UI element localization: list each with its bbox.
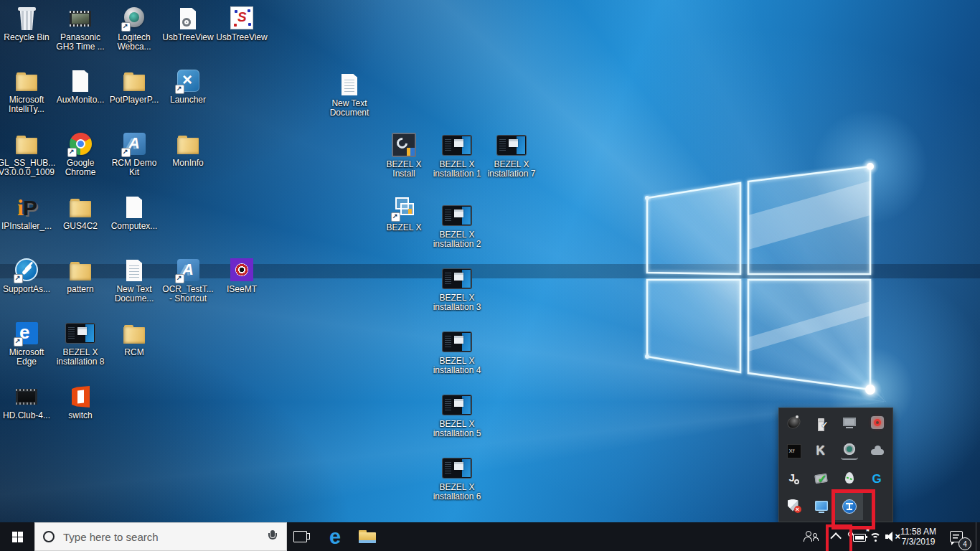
desktop-icon-bezel-x-installation-1[interactable]: BEZEL Xinstallation 1 xyxy=(426,133,488,179)
desktop-icon-bezel-x-installation-3[interactable]: BEZEL Xinstallation 3 xyxy=(426,266,488,312)
doc-gear-icon xyxy=(174,6,202,32)
tray-icon-logitech-g[interactable] xyxy=(863,464,891,492)
screenshot-icon xyxy=(443,329,471,355)
desktop-icon-label: PotPlayerP... xyxy=(103,95,165,105)
microphone-icon[interactable] xyxy=(267,529,278,544)
search-input[interactable] xyxy=(62,530,267,544)
tray-icon-xfast[interactable] xyxy=(779,436,807,464)
usb-eject-icon xyxy=(813,414,830,431)
people-icon xyxy=(804,530,818,543)
desktop-icon-label: GUS4C2 xyxy=(50,222,111,231)
desktop-icon-launcher[interactable]: Launcher xyxy=(157,68,219,105)
usbtree-icon xyxy=(228,6,255,32)
desktop-icon-bezel-x-installation-4[interactable]: BEZEL Xinstallation 4 xyxy=(426,329,488,375)
taskbar-search-box[interactable] xyxy=(34,522,287,551)
desktop-icon-google-chrome[interactable]: GoogleChrome xyxy=(50,131,111,177)
folder-icon xyxy=(174,131,202,157)
desktop-icon-rcm-demo-kit[interactable]: RCM DemoKit xyxy=(103,131,165,177)
shortcut-arrow-overlay xyxy=(175,274,184,283)
desktop-icon-usbtreeview[interactable]: UsbTreeView xyxy=(157,6,219,42)
folder-icon xyxy=(67,258,94,283)
tray-icon-webcam[interactable] xyxy=(835,436,863,464)
annotation-rect-tray-icon xyxy=(831,489,875,529)
show-desktop-button[interactable] xyxy=(976,522,980,551)
desktop-icon-rcm[interactable]: RCM xyxy=(103,321,165,357)
desktop-icon-hd-club-4[interactable]: HD.Club-4... xyxy=(0,384,57,420)
desktop-icon-auxmonito[interactable]: AuxMonito... xyxy=(50,68,111,105)
shortcut-arrow-overlay xyxy=(121,22,131,32)
desktop-icon-label: BEZEL Xinstallation 1 xyxy=(426,160,488,179)
tray-icon-display[interactable] xyxy=(835,408,863,436)
tray-icon-cloud[interactable] xyxy=(863,436,891,464)
desktop-icon-gl-ss-hub-v3-0-0-0-1009[interactable]: GL_SS_HUB...V3.0.0.0_1009 xyxy=(0,131,57,177)
satellite-dish-icon xyxy=(785,414,802,431)
screenshot-icon xyxy=(443,392,471,418)
desktop-icon-bezel-x-installation-5[interactable]: BEZEL Xinstallation 5 xyxy=(426,392,488,438)
desktop-icon-ocr-testt-shortcut[interactable]: OCR_TestT...- Shortcut xyxy=(157,258,219,303)
screenshot-icon xyxy=(443,266,471,292)
desktop-icon-potplayerp[interactable]: PotPlayerP... xyxy=(103,68,165,105)
screenshot-icon xyxy=(443,203,471,229)
desktop-icon-label: AuxMonito... xyxy=(50,95,111,105)
people-button[interactable] xyxy=(801,522,820,551)
task-view-button[interactable] xyxy=(286,522,314,551)
desktop-icon-label: switch xyxy=(50,411,111,420)
desktop-icon-moninfo[interactable]: MonInfo xyxy=(157,131,219,168)
shortcut-arrow-overlay xyxy=(175,85,184,94)
shortcut-arrow-overlay xyxy=(67,148,77,157)
desktop-icon-ipinstaller[interactable]: IPInstaller_... xyxy=(0,194,57,231)
desktop-icon-label: RCM xyxy=(103,348,165,357)
desktop-icon-label: UsbTreeView xyxy=(157,33,219,42)
recycle-icon xyxy=(13,6,40,32)
tray-icon-k-metal[interactable] xyxy=(807,436,835,464)
desktop-icon-supportas[interactable]: SupportAs... xyxy=(0,258,57,294)
desktop-icon-usbtreeview[interactable]: UsbTreeView xyxy=(211,6,273,42)
desktop-icon-label: BEZEL Xinstallation 3 xyxy=(426,293,488,312)
tray-icon-download-gear[interactable] xyxy=(779,464,807,492)
taskbar-file-explorer-button[interactable] xyxy=(352,522,383,551)
shortcut-arrow-overlay xyxy=(14,337,23,347)
edge-icon: e xyxy=(329,527,341,547)
shortcut-arrow-overlay xyxy=(14,274,23,283)
red-ring-camera-icon xyxy=(869,414,886,431)
folder-icon xyxy=(121,68,148,94)
desktop-icon-logitech-webca[interactable]: LogitechWebca... xyxy=(103,6,165,52)
desktop-icon-label: BEZEL Xinstallation 4 xyxy=(426,357,488,375)
taskbar-edge-button[interactable]: e xyxy=(319,522,351,551)
desktop-icon-panasonic-gh3-time[interactable]: PanasonicGH3 Time ... xyxy=(50,6,111,52)
ipinstaller-icon xyxy=(13,194,40,220)
desktop-icon-label: UsbTreeView xyxy=(211,33,273,42)
k-metal-icon xyxy=(813,442,830,459)
start-button[interactable] xyxy=(0,522,34,551)
desktop-icon-label: BEZEL Xinstallation 6 xyxy=(426,483,488,501)
desktop-icon-bezel-x-installation-7[interactable]: BEZEL Xinstallation 7 xyxy=(481,133,542,179)
desktop-icon-iseemt[interactable]: ISeeMT xyxy=(211,258,273,294)
tray-icon-usb-eject[interactable] xyxy=(807,408,835,436)
tray-icon-red-ring-camera[interactable] xyxy=(863,408,891,436)
folder-icon xyxy=(121,321,148,347)
film-dark-icon xyxy=(13,384,40,410)
desktop-icon-bezel-x-installation-2[interactable]: BEZEL Xinstallation 2 xyxy=(426,203,488,249)
desktop-icon-label: Launcher xyxy=(157,95,219,105)
desktop-icon-gus4c2[interactable]: GUS4C2 xyxy=(50,194,111,231)
tray-icon-green-check[interactable] xyxy=(807,464,835,492)
taskbar-clock[interactable]: 11:58 AM 7/3/2019 xyxy=(897,522,940,551)
desktop-icon-microsoft-intellity[interactable]: MicrosoftIntelliTy... xyxy=(0,68,57,114)
wifi-no-internet-icon: * xyxy=(867,530,885,543)
tray-icon-defender-alert[interactable] xyxy=(779,492,807,520)
desktop-icon-label: HD.Club-4... xyxy=(0,411,57,420)
appA-icon xyxy=(174,258,202,283)
tray-icon-satellite-dish[interactable] xyxy=(779,408,807,436)
defender-alert-icon xyxy=(785,498,802,515)
desktop-icon-recycle-bin[interactable]: Recycle Bin xyxy=(0,6,57,42)
desktop-icon-new-text-docume[interactable]: New TextDocume... xyxy=(103,258,165,303)
desktop-icon-new-text-document[interactable]: New TextDocument xyxy=(319,72,380,118)
desktop-icon-bezel-x-installation-6[interactable]: BEZEL Xinstallation 6 xyxy=(426,456,488,501)
desktop-icon-pattern[interactable]: pattern xyxy=(50,258,111,294)
desktop-icon-switch[interactable]: switch xyxy=(50,384,111,420)
desktop-icon-bezel-x-installation-8[interactable]: BEZEL Xinstallation 8 xyxy=(50,321,111,367)
desktop-icon-microsoft-edge[interactable]: MicrosoftEdge xyxy=(0,321,57,367)
desktop-icon-label: GL_SS_HUB...V3.0.0.0_1009 xyxy=(0,159,57,177)
tray-icon-alienware[interactable] xyxy=(835,464,863,492)
desktop-icon-computex[interactable]: Computex... xyxy=(103,194,165,231)
